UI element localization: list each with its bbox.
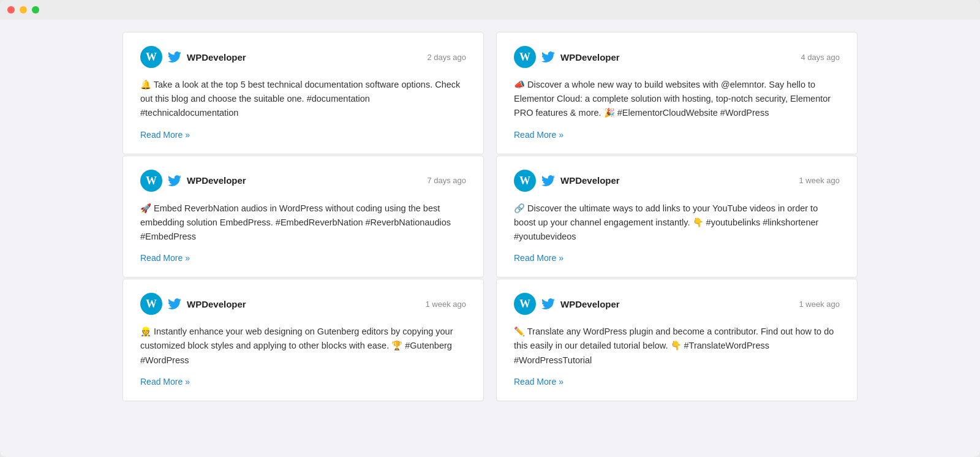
tweet-header-left: W WPDeveloper xyxy=(140,46,246,68)
tweet-body-left-3: 👷 Instantly enhance your web designing o… xyxy=(140,325,466,368)
timestamp-left-3: 1 week ago xyxy=(426,300,467,309)
tweet-body-right-3: ✏️ Translate any WordPress plugin and be… xyxy=(514,325,840,368)
tweet-body-left-2: 🚀 Embed ReverbNation audios in WordPress… xyxy=(140,202,466,244)
timestamp-left-1: 2 days ago xyxy=(427,53,466,62)
username-left-1: WPDeveloper xyxy=(187,52,246,62)
svg-text:W: W xyxy=(519,51,530,63)
timestamp-left-2: 7 days ago xyxy=(427,176,466,185)
tweet-body-left-1: 🔔 Take a look at the top 5 best technica… xyxy=(140,78,466,121)
tweet-header-left: W WPDeveloper xyxy=(140,170,246,192)
main-window: W WPDeveloper 2 days ago 🔔 Take a l xyxy=(0,0,980,457)
read-more-right-3[interactable]: Read More » xyxy=(514,377,564,387)
wp-logo: W xyxy=(140,293,162,315)
tweet-card-left-3: W WPDeveloper 1 week ago 👷 Instantly enh… xyxy=(123,279,484,401)
tweet-header: W WPDeveloper 4 days ago xyxy=(514,46,840,68)
tweet-header: W WPDeveloper 1 week ago xyxy=(514,170,840,192)
tweet-header-left: W WPDeveloper xyxy=(514,46,620,68)
wp-logo: W xyxy=(140,170,162,192)
tweet-header-left: W WPDeveloper xyxy=(140,293,246,315)
tweet-card-left-2: W WPDeveloper 7 days ago 🚀 Embed ReverbN… xyxy=(123,156,484,278)
close-button[interactable] xyxy=(7,6,15,13)
tweet-card-left-1: W WPDeveloper 2 days ago 🔔 Take a l xyxy=(123,32,484,154)
read-more-left-3[interactable]: Read More » xyxy=(140,377,190,387)
tweet-body-right-2: 🔗 Discover the ultimate ways to add link… xyxy=(514,202,840,244)
svg-text:W: W xyxy=(519,298,530,310)
read-more-left-2[interactable]: Read More » xyxy=(140,253,190,263)
maximize-button[interactable] xyxy=(32,6,39,13)
tweet-header: W WPDeveloper 1 week ago xyxy=(140,293,466,315)
svg-text:W: W xyxy=(146,175,157,187)
minimize-button[interactable] xyxy=(20,6,27,13)
svg-text:W: W xyxy=(146,51,157,63)
tweet-header: W WPDeveloper 2 days ago xyxy=(140,46,466,68)
content-area: W WPDeveloper 2 days ago 🔔 Take a l xyxy=(0,20,980,415)
read-more-right-2[interactable]: Read More » xyxy=(514,253,564,263)
wp-logo: W xyxy=(514,46,536,68)
svg-text:W: W xyxy=(519,175,530,187)
tweet-header-left: W WPDeveloper xyxy=(514,170,620,192)
tweet-header-left: W WPDeveloper xyxy=(514,293,620,315)
tweet-card-right-1: W WPDeveloper 4 days ago 📣 Discover a wh… xyxy=(496,32,858,154)
twitter-icon xyxy=(167,296,182,311)
timestamp-right-1: 4 days ago xyxy=(801,53,840,62)
twitter-icon xyxy=(541,173,556,188)
username-right-2: WPDeveloper xyxy=(560,175,620,186)
window-chrome xyxy=(0,0,980,20)
twitter-icon xyxy=(541,296,556,311)
svg-text:W: W xyxy=(146,298,157,310)
timestamp-right-2: 1 week ago xyxy=(799,176,840,185)
right-column: W WPDeveloper 4 days ago 📣 Discover a wh… xyxy=(490,32,858,402)
tweet-header: W WPDeveloper 7 days ago xyxy=(140,170,466,192)
tweet-card-right-3: W WPDeveloper 1 week ago ✏️ Translate an… xyxy=(496,279,858,401)
twitter-icon xyxy=(167,50,182,64)
wp-logo: W xyxy=(514,170,536,192)
username-left-2: WPDeveloper xyxy=(187,175,246,186)
read-more-right-1[interactable]: Read More » xyxy=(514,130,564,140)
twitter-icon xyxy=(167,173,182,188)
username-left-3: WPDeveloper xyxy=(187,299,246,309)
twitter-icon xyxy=(541,50,556,64)
wp-logo: W xyxy=(140,46,162,68)
tweet-header: W WPDeveloper 1 week ago xyxy=(514,293,840,315)
username-right-1: WPDeveloper xyxy=(560,52,620,62)
left-column: W WPDeveloper 2 days ago 🔔 Take a l xyxy=(123,32,490,402)
username-right-3: WPDeveloper xyxy=(560,299,620,309)
tweet-body-right-1: 📣 Discover a whole new way to build webs… xyxy=(514,78,840,121)
timestamp-right-3: 1 week ago xyxy=(799,300,840,309)
wp-logo: W xyxy=(514,293,536,315)
tweet-card-right-2: W WPDeveloper 1 week ago 🔗 Discover the … xyxy=(496,156,858,278)
read-more-left-1[interactable]: Read More » xyxy=(140,130,190,140)
